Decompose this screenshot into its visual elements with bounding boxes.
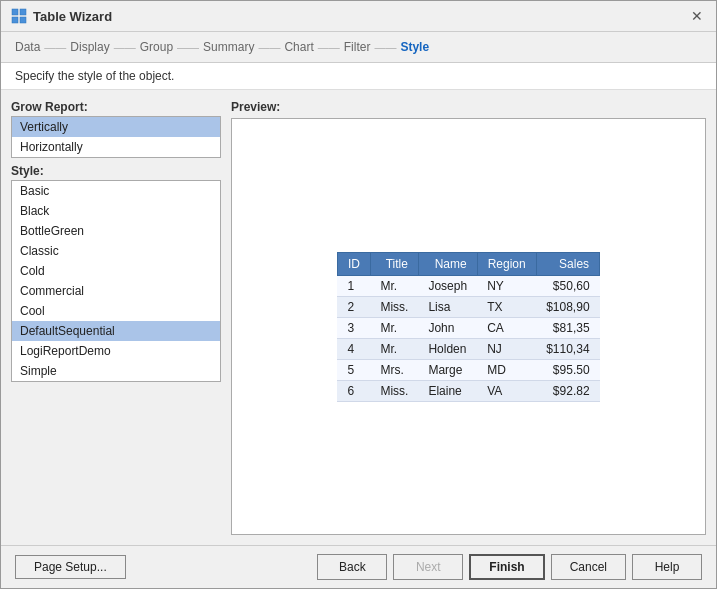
table-cell: $108,90 (536, 296, 599, 317)
preview-area: ID Title Name Region Sales 1Mr.JosephNY$… (231, 118, 706, 535)
grow-report-section: Grow Report: Vertically Horizontally (11, 100, 221, 158)
subtitle-text: Specify the style of the object. (15, 69, 174, 83)
subtitle-bar: Specify the style of the object. (1, 63, 716, 90)
style-classic[interactable]: Classic (12, 241, 220, 261)
table-cell: Lisa (418, 296, 477, 317)
table-cell: John (418, 317, 477, 338)
table-cell: 6 (337, 380, 370, 401)
table-cell: VA (477, 380, 536, 401)
table-row: 1Mr.JosephNY$50,60 (337, 275, 599, 296)
footer: Page Setup... Back Next Finish Cancel He… (1, 545, 716, 588)
style-simple[interactable]: Simple (12, 361, 220, 381)
svg-rect-1 (20, 9, 26, 15)
col-title: Title (370, 252, 418, 275)
title-bar-left: Table Wizard (11, 8, 112, 24)
footer-left: Page Setup... (15, 555, 126, 579)
table-row: 2Miss.LisaTX$108,90 (337, 296, 599, 317)
style-logireportdemo[interactable]: LogiReportDemo (12, 341, 220, 361)
right-panel: Preview: ID Title Name Region Sales 1Mr.… (231, 100, 706, 535)
table-cell: Holden (418, 338, 477, 359)
step-display: Display (70, 40, 109, 54)
table-cell: MD (477, 359, 536, 380)
style-list[interactable]: Basic Black BottleGreen Classic Cold Com… (11, 180, 221, 382)
wizard-icon (11, 8, 27, 24)
step-data: Data (15, 40, 40, 54)
grow-report-horizontally[interactable]: Horizontally (12, 137, 220, 157)
col-region: Region (477, 252, 536, 275)
svg-rect-3 (20, 17, 26, 23)
col-name: Name (418, 252, 477, 275)
table-cell: Mrs. (370, 359, 418, 380)
table-cell: Miss. (370, 296, 418, 317)
style-cold[interactable]: Cold (12, 261, 220, 281)
table-row: 3Mr.JohnCA$81,35 (337, 317, 599, 338)
table-cell: Mr. (370, 275, 418, 296)
step-style: Style (400, 40, 429, 54)
table-cell: TX (477, 296, 536, 317)
table-cell: 3 (337, 317, 370, 338)
style-basic[interactable]: Basic (12, 181, 220, 201)
table-cell: $92.82 (536, 380, 599, 401)
style-commercial[interactable]: Commercial (12, 281, 220, 301)
next-button[interactable]: Next (393, 554, 463, 580)
step-filter: Filter (344, 40, 371, 54)
table-cell: Marge (418, 359, 477, 380)
preview-table: ID Title Name Region Sales 1Mr.JosephNY$… (337, 252, 600, 402)
steps-bar: Data —— Display —— Group —— Summary —— C… (1, 32, 716, 63)
table-cell: Mr. (370, 338, 418, 359)
footer-right: Back Next Finish Cancel Help (317, 554, 702, 580)
style-label: Style: (11, 164, 221, 178)
dialog-title: Table Wizard (33, 9, 112, 24)
style-bottlegreen[interactable]: BottleGreen (12, 221, 220, 241)
table-cell: CA (477, 317, 536, 338)
table-cell: Miss. (370, 380, 418, 401)
col-sales: Sales (536, 252, 599, 275)
table-cell: Elaine (418, 380, 477, 401)
table-cell: NY (477, 275, 536, 296)
table-cell: Joseph (418, 275, 477, 296)
style-cool[interactable]: Cool (12, 301, 220, 321)
table-cell: 4 (337, 338, 370, 359)
finish-button[interactable]: Finish (469, 554, 544, 580)
grow-report-vertically[interactable]: Vertically (12, 117, 220, 137)
table-cell: 5 (337, 359, 370, 380)
table-row: 5Mrs.MargeMD$95.50 (337, 359, 599, 380)
table-cell: $110,34 (536, 338, 599, 359)
table-cell: NJ (477, 338, 536, 359)
style-black[interactable]: Black (12, 201, 220, 221)
step-group: Group (140, 40, 173, 54)
table-cell: $81,35 (536, 317, 599, 338)
grow-report-label: Grow Report: (11, 100, 221, 114)
title-bar: Table Wizard ✕ (1, 1, 716, 32)
table-cell: Mr. (370, 317, 418, 338)
back-button[interactable]: Back (317, 554, 387, 580)
table-cell: $95.50 (536, 359, 599, 380)
svg-rect-2 (12, 17, 18, 23)
grow-report-list[interactable]: Vertically Horizontally (11, 116, 221, 158)
style-defaultsequential[interactable]: DefaultSequential (12, 321, 220, 341)
svg-rect-0 (12, 9, 18, 15)
help-button[interactable]: Help (632, 554, 702, 580)
close-button[interactable]: ✕ (688, 7, 706, 25)
main-content: Grow Report: Vertically Horizontally Sty… (1, 90, 716, 545)
table-cell: $50,60 (536, 275, 599, 296)
left-panel: Grow Report: Vertically Horizontally Sty… (11, 100, 221, 535)
cancel-button[interactable]: Cancel (551, 554, 626, 580)
table-cell: 1 (337, 275, 370, 296)
page-setup-button[interactable]: Page Setup... (15, 555, 126, 579)
table-cell: 2 (337, 296, 370, 317)
step-summary: Summary (203, 40, 254, 54)
style-section: Style: Basic Black BottleGreen Classic C… (11, 164, 221, 382)
preview-label: Preview: (231, 100, 706, 114)
table-wizard-dialog: Table Wizard ✕ Data —— Display —— Group … (0, 0, 717, 589)
col-id: ID (337, 252, 370, 275)
table-row: 4Mr.HoldenNJ$110,34 (337, 338, 599, 359)
step-chart: Chart (284, 40, 313, 54)
table-row: 6Miss.ElaineVA$92.82 (337, 380, 599, 401)
